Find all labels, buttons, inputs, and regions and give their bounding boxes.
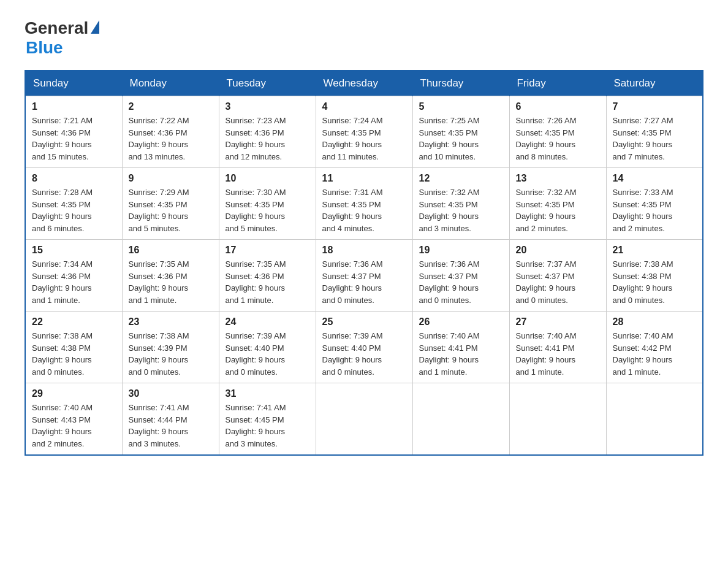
day-info: Sunrise: 7:28 AMSunset: 4:35 PMDaylight:… <box>32 186 116 234</box>
day-info: Sunrise: 7:40 AMSunset: 4:41 PMDaylight:… <box>419 330 503 378</box>
weekday-header-thursday: Thursday <box>412 71 509 96</box>
day-info: Sunrise: 7:24 AMSunset: 4:35 PMDaylight:… <box>322 115 406 163</box>
day-number: 31 <box>226 388 309 399</box>
calendar-cell: 24Sunrise: 7:39 AMSunset: 4:40 PMDayligh… <box>219 312 316 383</box>
calendar-week-4: 22Sunrise: 7:38 AMSunset: 4:38 PMDayligh… <box>25 312 703 383</box>
day-info: Sunrise: 7:41 AMSunset: 4:45 PMDaylight:… <box>226 402 309 450</box>
calendar-cell: 15Sunrise: 7:34 AMSunset: 4:36 PMDayligh… <box>25 240 122 312</box>
day-info: Sunrise: 7:23 AMSunset: 4:36 PMDaylight:… <box>226 115 309 163</box>
day-info: Sunrise: 7:35 AMSunset: 4:36 PMDaylight:… <box>226 258 309 306</box>
calendar-cell: 17Sunrise: 7:35 AMSunset: 4:36 PMDayligh… <box>219 240 316 312</box>
day-info: Sunrise: 7:34 AMSunset: 4:36 PMDaylight:… <box>32 258 116 306</box>
day-number: 4 <box>322 101 406 112</box>
day-info: Sunrise: 7:36 AMSunset: 4:37 PMDaylight:… <box>322 258 406 306</box>
day-number: 14 <box>613 173 697 184</box>
calendar-cell: 22Sunrise: 7:38 AMSunset: 4:38 PMDayligh… <box>25 312 122 383</box>
day-number: 21 <box>613 245 697 256</box>
weekday-header-friday: Friday <box>509 71 606 96</box>
day-number: 3 <box>226 101 309 112</box>
day-info: Sunrise: 7:39 AMSunset: 4:40 PMDaylight:… <box>226 330 309 378</box>
day-number: 18 <box>322 245 406 256</box>
logo-blue-text: Blue <box>26 38 63 58</box>
weekday-header-monday: Monday <box>122 71 219 96</box>
day-info: Sunrise: 7:32 AMSunset: 4:35 PMDaylight:… <box>419 186 503 234</box>
day-info: Sunrise: 7:40 AMSunset: 4:42 PMDaylight:… <box>613 330 697 378</box>
calendar-week-1: 1Sunrise: 7:21 AMSunset: 4:36 PMDaylight… <box>25 96 703 168</box>
day-info: Sunrise: 7:21 AMSunset: 4:36 PMDaylight:… <box>32 115 116 163</box>
day-info: Sunrise: 7:38 AMSunset: 4:38 PMDaylight:… <box>613 258 697 306</box>
day-number: 24 <box>226 316 309 327</box>
day-number: 26 <box>419 316 503 327</box>
day-number: 25 <box>322 316 406 327</box>
day-number: 9 <box>129 173 213 184</box>
weekday-header-sunday: Sunday <box>25 71 122 96</box>
calendar-cell: 6Sunrise: 7:26 AMSunset: 4:35 PMDaylight… <box>509 96 606 168</box>
day-number: 23 <box>129 316 213 327</box>
calendar-cell: 3Sunrise: 7:23 AMSunset: 4:36 PMDaylight… <box>219 96 316 168</box>
calendar-cell: 4Sunrise: 7:24 AMSunset: 4:35 PMDaylight… <box>316 96 412 168</box>
calendar-cell: 18Sunrise: 7:36 AMSunset: 4:37 PMDayligh… <box>316 240 412 312</box>
calendar-cell: 26Sunrise: 7:40 AMSunset: 4:41 PMDayligh… <box>412 312 509 383</box>
day-info: Sunrise: 7:38 AMSunset: 4:39 PMDaylight:… <box>129 330 213 378</box>
calendar-cell: 9Sunrise: 7:29 AMSunset: 4:35 PMDaylight… <box>122 168 219 240</box>
day-info: Sunrise: 7:31 AMSunset: 4:35 PMDaylight:… <box>322 186 406 234</box>
day-info: Sunrise: 7:26 AMSunset: 4:35 PMDaylight:… <box>516 115 600 163</box>
calendar-cell: 14Sunrise: 7:33 AMSunset: 4:35 PMDayligh… <box>606 168 703 240</box>
day-info: Sunrise: 7:27 AMSunset: 4:35 PMDaylight:… <box>613 115 697 163</box>
logo: General Blue <box>25 18 99 58</box>
day-info: Sunrise: 7:40 AMSunset: 4:41 PMDaylight:… <box>516 330 600 378</box>
calendar-week-5: 29Sunrise: 7:40 AMSunset: 4:43 PMDayligh… <box>25 383 703 456</box>
day-number: 7 <box>613 101 697 112</box>
calendar-cell: 29Sunrise: 7:40 AMSunset: 4:43 PMDayligh… <box>25 383 122 456</box>
calendar-cell: 23Sunrise: 7:38 AMSunset: 4:39 PMDayligh… <box>122 312 219 383</box>
day-number: 29 <box>32 388 116 399</box>
day-info: Sunrise: 7:40 AMSunset: 4:43 PMDaylight:… <box>32 402 116 450</box>
day-number: 5 <box>419 101 503 112</box>
day-number: 19 <box>419 245 503 256</box>
calendar-cell: 21Sunrise: 7:38 AMSunset: 4:38 PMDayligh… <box>606 240 703 312</box>
day-number: 15 <box>32 245 116 256</box>
calendar-cell <box>412 383 509 456</box>
logo-triangle-icon <box>91 20 99 34</box>
calendar-cell: 11Sunrise: 7:31 AMSunset: 4:35 PMDayligh… <box>316 168 412 240</box>
day-number: 28 <box>613 316 697 327</box>
calendar-cell: 7Sunrise: 7:27 AMSunset: 4:35 PMDaylight… <box>606 96 703 168</box>
day-number: 8 <box>32 173 116 184</box>
calendar-cell: 5Sunrise: 7:25 AMSunset: 4:35 PMDaylight… <box>412 96 509 168</box>
weekday-header-row: SundayMondayTuesdayWednesdayThursdayFrid… <box>25 71 703 96</box>
day-number: 27 <box>516 316 600 327</box>
calendar-cell <box>606 383 703 456</box>
day-number: 1 <box>32 101 116 112</box>
page-header: General Blue <box>25 18 703 58</box>
day-number: 17 <box>226 245 309 256</box>
day-number: 20 <box>516 245 600 256</box>
day-info: Sunrise: 7:41 AMSunset: 4:44 PMDaylight:… <box>129 402 213 450</box>
day-number: 2 <box>129 101 213 112</box>
calendar-cell: 30Sunrise: 7:41 AMSunset: 4:44 PMDayligh… <box>122 383 219 456</box>
calendar-cell: 31Sunrise: 7:41 AMSunset: 4:45 PMDayligh… <box>219 383 316 456</box>
day-number: 12 <box>419 173 503 184</box>
day-number: 16 <box>129 245 213 256</box>
day-info: Sunrise: 7:33 AMSunset: 4:35 PMDaylight:… <box>613 186 697 234</box>
calendar-cell: 20Sunrise: 7:37 AMSunset: 4:37 PMDayligh… <box>509 240 606 312</box>
day-number: 13 <box>516 173 600 184</box>
day-info: Sunrise: 7:36 AMSunset: 4:37 PMDaylight:… <box>419 258 503 306</box>
logo-general-text: General <box>25 18 88 38</box>
day-number: 10 <box>226 173 309 184</box>
day-info: Sunrise: 7:30 AMSunset: 4:35 PMDaylight:… <box>226 186 309 234</box>
calendar-week-3: 15Sunrise: 7:34 AMSunset: 4:36 PMDayligh… <box>25 240 703 312</box>
weekday-header-tuesday: Tuesday <box>219 71 316 96</box>
calendar-cell: 2Sunrise: 7:22 AMSunset: 4:36 PMDaylight… <box>122 96 219 168</box>
day-info: Sunrise: 7:35 AMSunset: 4:36 PMDaylight:… <box>129 258 213 306</box>
calendar-cell: 10Sunrise: 7:30 AMSunset: 4:35 PMDayligh… <box>219 168 316 240</box>
calendar-cell: 8Sunrise: 7:28 AMSunset: 4:35 PMDaylight… <box>25 168 122 240</box>
calendar-cell: 27Sunrise: 7:40 AMSunset: 4:41 PMDayligh… <box>509 312 606 383</box>
weekday-header-wednesday: Wednesday <box>316 71 412 96</box>
calendar-cell: 19Sunrise: 7:36 AMSunset: 4:37 PMDayligh… <box>412 240 509 312</box>
day-info: Sunrise: 7:22 AMSunset: 4:36 PMDaylight:… <box>129 115 213 163</box>
calendar-cell <box>509 383 606 456</box>
day-info: Sunrise: 7:38 AMSunset: 4:38 PMDaylight:… <box>32 330 116 378</box>
calendar-cell: 1Sunrise: 7:21 AMSunset: 4:36 PMDaylight… <box>25 96 122 168</box>
calendar-cell: 13Sunrise: 7:32 AMSunset: 4:35 PMDayligh… <box>509 168 606 240</box>
day-number: 22 <box>32 316 116 327</box>
